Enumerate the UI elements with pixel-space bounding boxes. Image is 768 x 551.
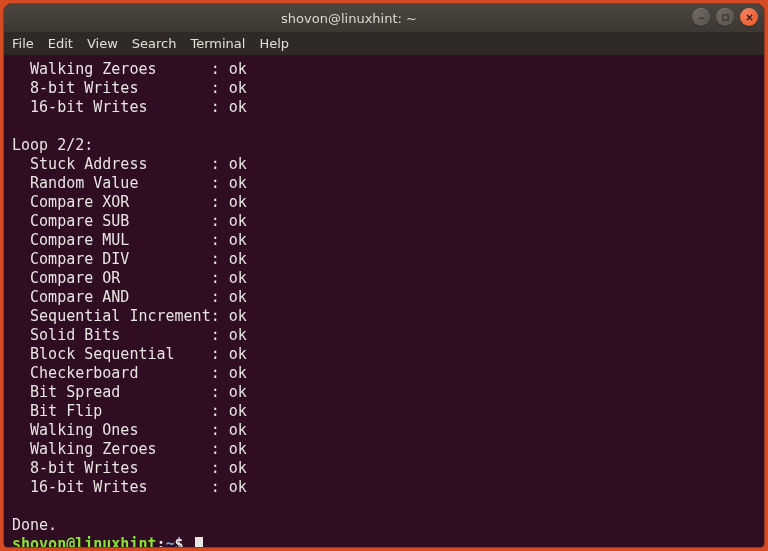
colon: : <box>211 269 229 288</box>
prompt-symbol: $ <box>175 535 193 547</box>
close-icon <box>745 13 754 22</box>
test-name: Compare MUL <box>30 231 211 250</box>
colon: : <box>211 174 229 193</box>
test-row: Stuck Address : ok <box>12 155 756 174</box>
prompt-line[interactable]: shovon@linuxhint:~$ <box>12 535 756 547</box>
test-name: 8-bit Writes <box>30 79 211 98</box>
test-row: Compare OR : ok <box>12 269 756 288</box>
test-row: Block Sequential : ok <box>12 345 756 364</box>
colon: : <box>211 98 229 117</box>
test-row: Bit Flip : ok <box>12 402 756 421</box>
test-row: Sequential Increment: ok <box>12 307 756 326</box>
colon: : <box>211 288 229 307</box>
test-row: Compare DIV : ok <box>12 250 756 269</box>
maximize-button[interactable] <box>716 8 734 26</box>
test-name: 8-bit Writes <box>30 459 211 478</box>
test-status: ok <box>229 174 247 193</box>
test-status: ok <box>229 478 247 497</box>
test-status: ok <box>229 421 247 440</box>
test-status: ok <box>229 250 247 269</box>
terminal-body[interactable]: Walking Zeroes : ok8-bit Writes : ok16-b… <box>4 56 764 547</box>
colon: : <box>211 345 229 364</box>
menu-view[interactable]: View <box>87 36 118 51</box>
test-status: ok <box>229 60 247 79</box>
test-row: Walking Zeroes : ok <box>12 60 756 79</box>
test-status: ok <box>229 212 247 231</box>
test-status: ok <box>229 193 247 212</box>
minimize-icon <box>697 13 706 22</box>
test-name: Compare SUB <box>30 212 211 231</box>
test-status: ok <box>229 155 247 174</box>
test-status: ok <box>229 459 247 478</box>
test-name: Solid Bits <box>30 326 211 345</box>
cursor <box>195 537 203 547</box>
colon: : <box>211 250 229 269</box>
test-name: 16-bit Writes <box>30 98 211 117</box>
menu-help[interactable]: Help <box>259 36 289 51</box>
colon: : <box>211 421 229 440</box>
test-status: ok <box>229 326 247 345</box>
test-row: 16-bit Writes : ok <box>12 98 756 117</box>
colon: : <box>211 326 229 345</box>
test-status: ok <box>229 364 247 383</box>
test-name: 16-bit Writes <box>30 478 211 497</box>
test-name: Compare OR <box>30 269 211 288</box>
minimize-button[interactable] <box>692 8 710 26</box>
test-row: Random Value : ok <box>12 174 756 193</box>
test-name: Walking Zeroes <box>30 440 211 459</box>
test-row: Bit Spread : ok <box>12 383 756 402</box>
test-row: Compare SUB : ok <box>12 212 756 231</box>
test-name: Block Sequential <box>30 345 211 364</box>
maximize-icon <box>721 13 730 22</box>
colon: : <box>211 307 229 326</box>
test-status: ok <box>229 79 247 98</box>
colon: : <box>211 459 229 478</box>
test-name: Random Value <box>30 174 211 193</box>
test-row: Solid Bits : ok <box>12 326 756 345</box>
prompt-user-host: shovon@linuxhint <box>12 535 157 547</box>
menu-file[interactable]: File <box>12 36 34 51</box>
test-row: Walking Zeroes : ok <box>12 440 756 459</box>
colon: : <box>211 231 229 250</box>
test-status: ok <box>229 307 247 326</box>
colon: : <box>211 478 229 497</box>
colon: : <box>211 79 229 98</box>
test-status: ok <box>229 269 247 288</box>
menu-edit[interactable]: Edit <box>48 36 73 51</box>
test-name: Bit Flip <box>30 402 211 421</box>
test-status: ok <box>229 288 247 307</box>
test-row: 8-bit Writes : ok <box>12 79 756 98</box>
blank-line <box>12 497 756 516</box>
test-name: Compare XOR <box>30 193 211 212</box>
colon: : <box>211 440 229 459</box>
menu-search[interactable]: Search <box>132 36 177 51</box>
test-status: ok <box>229 440 247 459</box>
test-name: Compare DIV <box>30 250 211 269</box>
test-status: ok <box>229 98 247 117</box>
done-line: Done. <box>12 516 756 535</box>
test-name: Walking Ones <box>30 421 211 440</box>
test-row: 8-bit Writes : ok <box>12 459 756 478</box>
loop-header: Loop 2/2: <box>12 136 756 155</box>
test-row: Compare AND : ok <box>12 288 756 307</box>
test-row: Compare XOR : ok <box>12 193 756 212</box>
blank-line <box>12 117 756 136</box>
test-status: ok <box>229 402 247 421</box>
menu-terminal[interactable]: Terminal <box>190 36 245 51</box>
test-name: Stuck Address <box>30 155 211 174</box>
titlebar[interactable]: shovon@linuxhint: ~ <box>4 4 764 32</box>
window-title: shovon@linuxhint: ~ <box>4 11 764 26</box>
prompt-colon: : <box>157 535 166 547</box>
prompt-path: ~ <box>166 535 175 547</box>
test-name: Bit Spread <box>30 383 211 402</box>
test-row: Walking Ones : ok <box>12 421 756 440</box>
test-row: 16-bit Writes : ok <box>12 478 756 497</box>
test-name: Walking Zeroes <box>30 60 211 79</box>
colon: : <box>211 155 229 174</box>
svg-rect-1 <box>722 14 727 19</box>
colon: : <box>211 383 229 402</box>
test-name: Compare AND <box>30 288 211 307</box>
test-name: Checkerboard <box>30 364 211 383</box>
test-name: Sequential Increment <box>30 307 211 326</box>
close-button[interactable] <box>740 8 758 26</box>
